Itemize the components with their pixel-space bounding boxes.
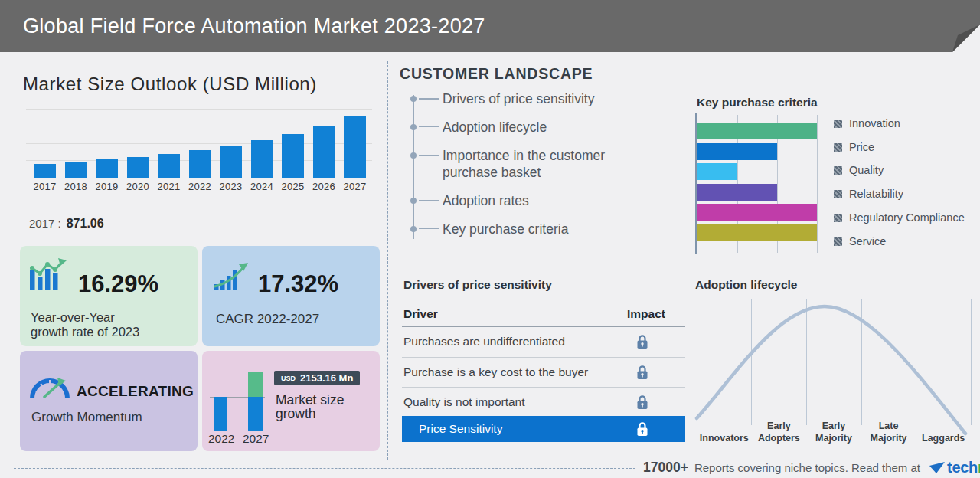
- page-title: Global Field Force Automation Market 202…: [23, 0, 485, 52]
- market-bar-column: 2018: [62, 106, 90, 195]
- impact-column-header: Impact: [627, 307, 665, 321]
- market-bar-column: 2024: [248, 106, 276, 195]
- legend-item: Regulatory Compliance: [834, 211, 965, 224]
- yoy-value: 16.29%: [78, 270, 158, 298]
- label-line: Majority: [815, 432, 852, 444]
- driver-label: Purchase is a key cost to the buyer: [403, 365, 588, 379]
- legend-label: Relatability: [849, 188, 903, 200]
- market-size-growth-card: 2022 2027 USD 2153.16 Mn Market size gro…: [202, 351, 380, 451]
- usd-growth-badge: USD 2153.16 Mn: [274, 371, 360, 385]
- market-bar: [282, 134, 304, 178]
- driver-column-header: Driver: [403, 307, 438, 321]
- customer-landscape-list: Drivers of price sensitivityAdoption lif…: [413, 90, 674, 249]
- legend-hatch-marker: [834, 120, 842, 128]
- driver-label: Purchases are undifferentiated: [403, 335, 565, 349]
- growth-label: Market size growth: [276, 393, 344, 421]
- driver-row: Purchase is a key cost to the buyer: [402, 358, 685, 388]
- adoption-segment-label: EarlyMajority: [806, 417, 861, 444]
- brand-tech: tech: [947, 459, 978, 476]
- market-bar-year-label: 2019: [95, 178, 118, 195]
- customer-landscape-item: Drivers of price sensitivity: [413, 90, 634, 108]
- growth-bar-2027-base: [248, 397, 263, 431]
- market-bar-column: 2022: [186, 106, 214, 195]
- customer-landscape-title: CUSTOMER LANDSCAPE: [400, 65, 593, 83]
- list-item-label: Adoption rates: [443, 193, 529, 208]
- legend-label: Regulatory Compliance: [849, 211, 965, 224]
- adoption-segment-label: EarlyAdopters: [752, 417, 807, 444]
- market-bar: [313, 126, 335, 178]
- label-line: Late: [879, 420, 899, 432]
- market-bar-year-label: 2023: [219, 178, 242, 195]
- vertical-divider: [387, 61, 388, 460]
- market-bar-year-label: 2017: [33, 178, 56, 195]
- momentum-headline: ACCELERATING: [77, 383, 194, 400]
- list-item-label: Adoption lifecycle: [443, 120, 547, 135]
- market-bar: [65, 162, 87, 178]
- lock-icon: [636, 334, 648, 349]
- adoption-segment-labels: InnovatorsEarlyAdoptersEarlyMajorityLate…: [697, 417, 971, 444]
- badge-currency: USD: [281, 375, 296, 382]
- market-bar-column: 2019: [93, 106, 121, 195]
- report-count: 17000+: [643, 460, 688, 476]
- lock-icon: [636, 365, 648, 380]
- legend-hatch-marker: [834, 190, 842, 198]
- highlight-label: Price Sensitivity: [419, 422, 502, 436]
- market-bar-column: 2021: [155, 106, 183, 195]
- market-bar: [251, 140, 273, 178]
- growth-bar-2027-delta: [248, 372, 263, 397]
- market-bar-column: 2025: [279, 106, 307, 195]
- footer-text: Reports covering niche topics. Read them…: [694, 461, 920, 474]
- market-bar-column: 2017: [31, 106, 59, 195]
- market-bar-year-label: 2021: [157, 178, 180, 195]
- price-sensitivity-table: Driver Impact Purchases are undifferenti…: [402, 306, 685, 418]
- dashed-underline: [398, 83, 966, 83]
- legend-item: Innovation: [834, 117, 900, 129]
- driver-row: Quality is not important: [402, 388, 685, 418]
- tree-dot-icon: [410, 198, 416, 204]
- legend-item: Quality: [834, 164, 884, 176]
- growth-bar-2022: [214, 397, 227, 431]
- market-bar-column: 2020: [124, 106, 152, 195]
- tree-branch-line: [419, 200, 439, 201]
- legend-label: Innovation: [849, 117, 900, 129]
- criteria-bar: [697, 123, 817, 139]
- legend-label: Service: [849, 235, 886, 247]
- market-2017-note: 2017 :871.06: [29, 217, 104, 231]
- label-line: Majority: [871, 432, 907, 444]
- list-item-label: Key purchase criteria: [443, 221, 568, 237]
- legend-hatch-marker: [834, 214, 842, 222]
- market-size-bar-chart: 2017201820192020202120222023202420252026…: [24, 106, 374, 196]
- note-label: 2017 :: [29, 217, 61, 230]
- market-bar: [34, 164, 56, 178]
- table-rows: Purchases are undifferentiatedPurchase i…: [402, 327, 685, 418]
- customer-landscape-item: Key purchase criteria: [413, 221, 634, 238]
- momentum-label: Growth Momentum: [31, 410, 142, 425]
- tree-dot-icon: [410, 124, 416, 130]
- adoption-segment-label: LateMajority: [861, 417, 916, 444]
- market-bar-year-label: 2024: [250, 178, 273, 195]
- label-line: Laggards: [922, 432, 965, 444]
- legend-hatch-marker: [834, 166, 842, 175]
- price-sensitivity-title: Drivers of price sensitivity: [403, 278, 552, 292]
- market-bar: [127, 157, 149, 178]
- header-bar: Global Field Force Automation Market 202…: [0, 0, 980, 52]
- market-bar-column: 2027: [341, 106, 369, 195]
- market-bar-year-label: 2018: [64, 178, 87, 195]
- price-sensitivity-highlight-row: Price Sensitivity: [402, 416, 685, 442]
- adoption-lifecycle-title: Adoption lifecycle: [695, 278, 798, 292]
- footer: 17000+ Reports covering niche topics. Re…: [643, 459, 980, 476]
- legend-hatch-marker: [834, 143, 842, 152]
- adoption-segment-label: Laggards: [916, 417, 971, 444]
- market-outlook-title: Market Size Outlook (USD Million): [23, 74, 317, 95]
- page-curl-decoration: [940, 15, 980, 52]
- label-line: Innovators: [700, 432, 749, 444]
- criteria-bar: [697, 143, 777, 160]
- gridline: [817, 115, 818, 253]
- lock-icon: [636, 421, 648, 437]
- list-item-label: Drivers of price sensitivity: [443, 91, 594, 106]
- technavio-logo: technavio: [929, 459, 980, 476]
- infographic-canvas: Global Field Force Automation Market 202…: [0, 0, 980, 478]
- cagr-label: CAGR 2022-2027: [216, 312, 319, 327]
- legend-item: Service: [834, 235, 886, 247]
- label-line: Adopters: [758, 432, 800, 444]
